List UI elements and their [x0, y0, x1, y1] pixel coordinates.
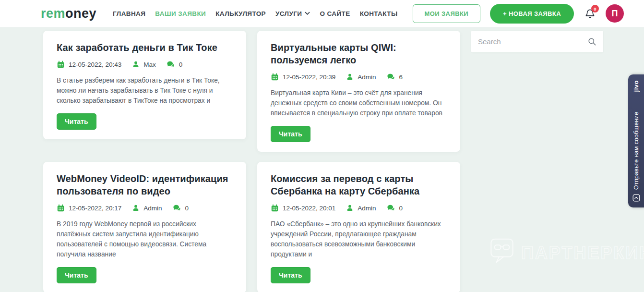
notification-badge: 0 [591, 5, 599, 12]
post-date: 12-05-2022, 20:01 [283, 205, 335, 212]
my-requests-button[interactable]: МОИ ЗАЯВКИ [413, 4, 480, 23]
post-date: 12-05-2022, 20:39 [283, 73, 335, 81]
post-title[interactable]: Виртуальные карты QIWI: пользуемся легко [271, 41, 446, 66]
post-excerpt: В статье разберем как заработать деньги … [57, 75, 232, 106]
calendar-icon [271, 73, 279, 81]
post-author-item[interactable]: Max [132, 61, 156, 68]
nav-item-about[interactable]: О САЙТЕ [315, 5, 355, 22]
post-comments-item[interactable]: 6 [387, 73, 403, 81]
new-request-button[interactable]: + НОВАЯ ЗАЯВКА [490, 4, 574, 24]
post-author-item[interactable]: Admin [346, 73, 376, 81]
chat-widget-label: Отправьте нам сообщение [633, 96, 640, 190]
post-excerpt: В 2019 году WebMoney первой из российски… [57, 219, 232, 259]
post-author: Max [143, 61, 156, 68]
nav-item-services-label: УСЛУГИ [275, 10, 302, 17]
nav-item-calculator[interactable]: КАЛЬКУЛЯТОР [211, 5, 271, 22]
logo[interactable]: remoney [41, 6, 96, 21]
chat-bubbles-icon [167, 60, 175, 69]
send-icon [632, 194, 640, 202]
post-date-item: 12-05-2022, 20:01 [271, 204, 335, 212]
magnifier-icon [587, 37, 596, 46]
calendar-icon [57, 61, 65, 69]
nav-item-services[interactable]: УСЛУГИ [271, 5, 315, 22]
user-icon [346, 73, 354, 81]
calendar-icon [271, 204, 279, 212]
post-comments-item[interactable]: 0 [173, 204, 189, 212]
post-card: Виртуальные карты QIWI: пользуемся легко… [257, 31, 460, 152]
user-icon [132, 61, 140, 68]
post-meta: 12-05-2022, 20:43 Max 0 [57, 60, 232, 69]
chat-bubbles-icon [387, 204, 395, 212]
nav-item-your-requests[interactable]: ВАШИ ЗАЯВКИ [150, 5, 211, 22]
logo-text-green: rem [41, 6, 65, 21]
notifications-button[interactable]: 0 [584, 7, 596, 20]
nav-item-home[interactable]: ГЛАВНАЯ [108, 5, 150, 22]
post-card: Как заработать деньги в Тик Токе 12-05-2… [43, 31, 246, 139]
post-comments-item[interactable]: 0 [387, 204, 403, 212]
header-actions: МОИ ЗАЯВКИ + НОВАЯ ЗАЯВКА 0 П [413, 4, 624, 24]
post-comments-item[interactable]: 0 [167, 60, 183, 69]
main-nav: ГЛАВНАЯ ВАШИ ЗАЯВКИ КАЛЬКУЛЯТОР УСЛУГИ О… [108, 5, 402, 22]
search-button[interactable] [586, 36, 597, 47]
avatar[interactable]: П [606, 4, 624, 23]
post-comments-count: 6 [399, 73, 403, 81]
read-button[interactable]: Читать [271, 267, 310, 283]
post-meta: 12-05-2022, 20:39 Admin 6 [271, 73, 446, 81]
post-author-item[interactable]: Admin [132, 204, 162, 212]
read-button[interactable]: Читать [271, 126, 310, 142]
nav-item-contacts[interactable]: КОНТАКТЫ [355, 5, 403, 22]
user-icon [346, 204, 354, 212]
search-input[interactable] [477, 37, 586, 46]
post-author: Admin [143, 205, 162, 212]
post-comments-count: 0 [185, 205, 189, 212]
chat-bubbles-icon [173, 204, 181, 212]
post-title[interactable]: Комиссия за перевод с карты Сбербанка на… [271, 172, 446, 197]
logo-text-dark: oney [65, 6, 96, 21]
post-date-item: 12-05-2022, 20:39 [271, 73, 335, 81]
post-date: 12-05-2022, 20:17 [69, 205, 121, 212]
calendar-icon [57, 204, 65, 212]
header: remoney ГЛАВНАЯ ВАШИ ЗАЯВКИ КАЛЬКУЛЯТОР … [0, 0, 644, 27]
post-title[interactable]: Как заработать деньги в Тик Токе [57, 41, 232, 54]
post-card: Комиссия за перевод с карты Сбербанка на… [257, 162, 460, 292]
watermark-text: ПАРТНЕРКИН [521, 243, 644, 263]
post-author-item[interactable]: Admin [346, 204, 376, 212]
search-box [471, 31, 603, 52]
post-author: Admin [358, 73, 376, 81]
post-comments-count: 0 [179, 61, 183, 68]
chat-widget-strip: Отправьте нам сообщение jivo [628, 74, 644, 207]
chat-widget-tab[interactable]: Отправьте нам сообщение jivo [628, 74, 644, 207]
post-excerpt: Виртуальная карта Киви – это счёт для хр… [271, 88, 446, 118]
post-date: 12-05-2022, 20:43 [69, 61, 121, 68]
post-author: Admin [358, 205, 376, 212]
read-button[interactable]: Читать [57, 267, 96, 283]
post-meta: 12-05-2022, 20:17 Admin 0 [57, 204, 232, 212]
post-title[interactable]: WebMoney VideoID: идентификация пользова… [57, 172, 232, 197]
user-icon [132, 204, 140, 212]
post-date-item: 12-05-2022, 20:43 [57, 61, 121, 69]
post-card: WebMoney VideoID: идентификация пользова… [43, 162, 246, 292]
post-excerpt: ПАО «Сбербанк» – это одно из крупнейших … [271, 219, 446, 259]
chat-widget-brand: jivo [632, 80, 640, 92]
chevron-down-icon [305, 12, 310, 15]
read-button[interactable]: Читать [57, 113, 96, 130]
post-date-item: 12-05-2022, 20:17 [57, 204, 121, 212]
glasses-speech-bubble-icon [489, 237, 514, 264]
posts-grid: Как заработать деньги в Тик Токе 12-05-2… [43, 31, 460, 292]
chat-bubbles-icon [387, 73, 395, 81]
watermark: ПАРТНЕРКИН [489, 237, 644, 264]
post-meta: 12-05-2022, 20:01 Admin 0 [271, 204, 446, 212]
post-comments-count: 0 [399, 205, 403, 212]
